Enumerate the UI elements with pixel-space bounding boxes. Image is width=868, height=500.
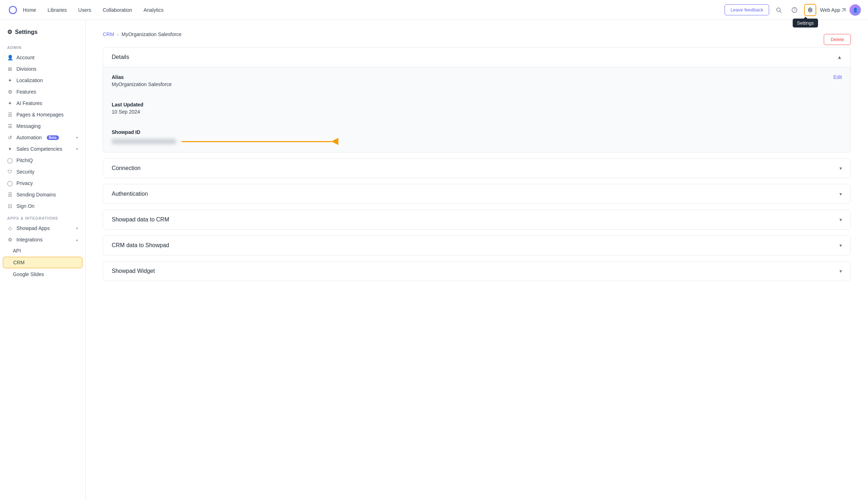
details-chevron: ▲ bbox=[837, 54, 842, 60]
divisions-label: Divisions bbox=[16, 66, 36, 72]
showpad-apps-chevron: ▾ bbox=[76, 226, 78, 231]
help-button[interactable]: ? bbox=[788, 4, 801, 16]
sidebar-item-messaging[interactable]: ☰ Messaging bbox=[0, 120, 85, 132]
sidebar-item-divisions[interactable]: ⊞ Divisions bbox=[0, 63, 85, 75]
alias-label: Alias bbox=[112, 74, 172, 80]
breadcrumb: CRM › MyOrganization Salesforce bbox=[103, 31, 182, 37]
localization-label: Localization bbox=[16, 78, 43, 83]
authentication-header[interactable]: Authentication ▾ bbox=[103, 184, 851, 204]
sidebar-item-pages[interactable]: ☰ Pages & Homepages bbox=[0, 109, 85, 120]
showpad-id-row: Showpad ID bbox=[103, 122, 851, 152]
last-updated-row: Last Updated 10 Sep 2024 bbox=[103, 95, 851, 122]
breadcrumb-separator: › bbox=[117, 31, 119, 37]
connection-header[interactable]: Connection ▾ bbox=[103, 159, 851, 178]
svg-text:?: ? bbox=[794, 8, 796, 12]
ai-features-label: AI Features bbox=[16, 100, 42, 106]
showpad-to-crm-chevron: ▾ bbox=[839, 217, 842, 222]
details-body: Alias MyOrganization Salesforce Edit Las… bbox=[103, 67, 851, 152]
avatar-image: 👤 bbox=[849, 4, 861, 16]
nav-collaboration[interactable]: Collaboration bbox=[99, 5, 137, 15]
crm-to-showpad-chevron: ▾ bbox=[839, 242, 842, 248]
nav-users[interactable]: Users bbox=[74, 5, 96, 15]
privacy-icon: ◯ bbox=[7, 180, 13, 186]
sidebar-sub-crm[interactable]: CRM bbox=[3, 257, 82, 268]
nav-home[interactable]: Home bbox=[19, 5, 40, 15]
account-label: Account bbox=[16, 55, 35, 60]
beta-badge: Beta bbox=[47, 135, 59, 140]
showpad-to-crm-header[interactable]: Showpad data to CRM ▾ bbox=[103, 210, 851, 229]
sidebar-item-features[interactable]: ⚙ Features bbox=[0, 86, 85, 98]
edit-link[interactable]: Edit bbox=[833, 74, 842, 80]
details-section-header[interactable]: Details ▲ bbox=[103, 48, 851, 67]
integrations-label: Integrations bbox=[16, 237, 42, 242]
authentication-chevron: ▾ bbox=[839, 191, 842, 197]
alias-field: Alias MyOrganization Salesforce bbox=[112, 74, 172, 87]
sidebar-sub-google-slides[interactable]: Google Slides bbox=[0, 269, 85, 280]
sidebar-title-label: Settings bbox=[15, 29, 37, 35]
automation-icon: ↺ bbox=[7, 135, 13, 140]
showpad-apps-label: Showpad Apps bbox=[16, 225, 50, 231]
google-slides-label: Google Slides bbox=[13, 271, 44, 277]
sidebar-item-automation[interactable]: ↺ Automation Beta ▾ bbox=[0, 132, 85, 143]
api-label: API bbox=[13, 248, 21, 254]
showpad-widget-chevron: ▾ bbox=[839, 268, 842, 274]
crm-to-showpad-header[interactable]: CRM data to Showpad ▾ bbox=[103, 236, 851, 255]
nav-links: Home Libraries Users Collaboration Analy… bbox=[19, 5, 725, 15]
sidebar-title: ⚙ Settings bbox=[0, 26, 85, 41]
authentication-section: Authentication ▾ bbox=[103, 184, 851, 204]
sidebar-item-integrations[interactable]: ⚙ Integrations ▴ bbox=[0, 234, 85, 245]
sidebar-item-sales[interactable]: ✦ Sales Competencies ▾ bbox=[0, 143, 85, 155]
pages-label: Pages & Homepages bbox=[16, 112, 64, 118]
showpad-widget-header[interactable]: Showpad Widget ▾ bbox=[103, 261, 851, 281]
showpad-to-crm-section: Showpad data to CRM ▾ bbox=[103, 210, 851, 230]
webapp-link[interactable]: Web App bbox=[820, 7, 846, 13]
sidebar-item-security[interactable]: 🛡 Security bbox=[0, 166, 85, 178]
pitchiq-icon: ◯ bbox=[7, 158, 13, 163]
sidebar-item-ai-features[interactable]: ✦ AI Features bbox=[0, 98, 85, 109]
sidebar: ⚙ Settings ADMIN 👤 Account ⊞ Divisions ✦… bbox=[0, 20, 86, 500]
settings-icon: ⚙ bbox=[7, 29, 12, 35]
last-updated-field: Last Updated 10 Sep 2024 bbox=[112, 102, 143, 115]
showpad-id-label: Showpad ID bbox=[112, 129, 842, 135]
automation-label: Automation bbox=[16, 135, 42, 140]
breadcrumb-current: MyOrganization Salesforce bbox=[122, 31, 182, 37]
connection-chevron: ▾ bbox=[839, 165, 842, 171]
features-icon: ⚙ bbox=[7, 89, 13, 95]
breadcrumb-parent[interactable]: CRM bbox=[103, 31, 114, 37]
avatar[interactable]: 👤 bbox=[849, 4, 861, 16]
feedback-button[interactable]: Leave feedback bbox=[725, 4, 769, 15]
messaging-label: Messaging bbox=[16, 123, 41, 129]
sending-domains-icon: ☰ bbox=[7, 192, 13, 198]
details-title: Details bbox=[112, 54, 129, 60]
search-button[interactable] bbox=[773, 4, 785, 16]
nav-right: Leave feedback ? Web App 👤 bbox=[725, 4, 861, 16]
pages-icon: ☰ bbox=[7, 112, 13, 118]
delete-button[interactable]: Delete bbox=[824, 34, 851, 45]
sidebar-sub-api[interactable]: API bbox=[0, 245, 85, 256]
sidebar-item-sending-domains[interactable]: ☰ Sending Domains bbox=[0, 189, 85, 200]
nav-libraries[interactable]: Libraries bbox=[43, 5, 71, 15]
sidebar-item-sign-on[interactable]: ⊡ Sign On bbox=[0, 200, 85, 212]
webapp-label: Web App bbox=[820, 7, 840, 13]
sidebar-item-privacy[interactable]: ◯ Privacy bbox=[0, 178, 85, 189]
sidebar-item-showpad-apps[interactable]: ◇ Showpad Apps ▾ bbox=[0, 222, 85, 234]
breadcrumb-row: CRM › MyOrganization Salesforce Delete bbox=[103, 31, 851, 47]
messaging-icon: ☰ bbox=[7, 123, 13, 129]
admin-section-label: ADMIN bbox=[0, 41, 85, 52]
sign-on-icon: ⊡ bbox=[7, 203, 13, 209]
showpad-widget-section: Showpad Widget ▾ bbox=[103, 261, 851, 281]
crm-to-showpad-section: CRM data to Showpad ▾ bbox=[103, 235, 851, 255]
settings-tooltip: Settings bbox=[793, 19, 818, 28]
nav-analytics[interactable]: Analytics bbox=[139, 5, 168, 15]
sales-icon: ✦ bbox=[7, 146, 13, 152]
arrow-line bbox=[182, 141, 332, 142]
settings-button[interactable] bbox=[804, 4, 816, 16]
sidebar-item-pitchiq[interactable]: ◯ PitchIQ bbox=[0, 155, 85, 166]
app-logo[interactable] bbox=[7, 4, 19, 16]
sidebar-item-account[interactable]: 👤 Account bbox=[0, 52, 85, 63]
automation-chevron: ▾ bbox=[76, 135, 78, 140]
alias-row: Alias MyOrganization Salesforce Edit bbox=[103, 67, 851, 95]
sales-label: Sales Competencies bbox=[16, 146, 62, 152]
showpad-id-value bbox=[112, 139, 176, 144]
sidebar-item-localization[interactable]: ✦ Localization bbox=[0, 75, 85, 86]
